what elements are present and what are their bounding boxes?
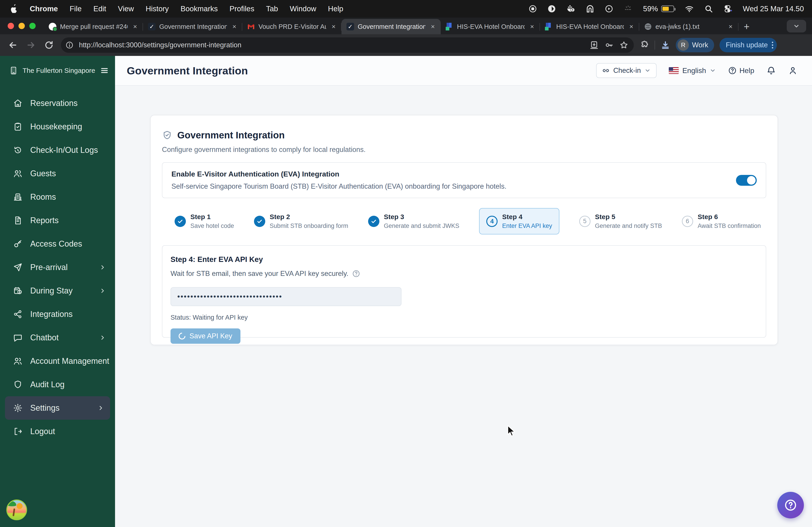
battery-indicator[interactable]: 59% [643, 4, 674, 13]
menu-profiles[interactable]: Profiles [229, 4, 254, 13]
menu-history[interactable]: History [146, 4, 169, 13]
wifi-icon[interactable] [684, 4, 694, 13]
extensions-icon[interactable] [640, 40, 649, 50]
tab-close-icon[interactable]: × [727, 23, 735, 30]
browser-app-icon[interactable] [548, 4, 556, 13]
tab-his-eva-onboarding-1[interactable]: HIS-EVA Hotel Onboarding × [441, 19, 540, 34]
zoom-window-button[interactable] [29, 23, 35, 29]
step-1[interactable]: Step 1Save hotel code [175, 213, 234, 229]
sidebar-item-housekeeping[interactable]: Housekeeping [0, 115, 115, 138]
tab-close-icon[interactable]: × [528, 23, 536, 30]
screen-record-icon[interactable] [528, 4, 537, 13]
tab-close-icon[interactable]: × [231, 23, 238, 30]
sidebar-item-reservations[interactable]: Reservations [0, 91, 115, 115]
password-key-icon[interactable] [605, 41, 613, 49]
sidebar-item-during-stay[interactable]: During Stay [0, 279, 115, 302]
tab-close-icon[interactable]: × [330, 23, 337, 30]
sidebar-item-reports[interactable]: Reports [0, 209, 115, 232]
tab-close-icon[interactable]: × [627, 23, 635, 30]
eva-api-key-input[interactable] [171, 287, 402, 306]
card-subtitle: Configure government integrations to com… [162, 146, 766, 154]
tunnel-app-icon[interactable] [586, 4, 594, 13]
menu-bookmarks[interactable]: Bookmarks [180, 4, 218, 13]
tab-merge-pull-request[interactable]: Merge pull request #2406 f × [44, 19, 143, 34]
sidebar-item-pre-arrival[interactable]: Pre-arrival [0, 256, 115, 279]
tab-his-eva-onboarding-2[interactable]: HIS-EVA Hotel Onboarding × [540, 19, 639, 34]
window-controls [0, 18, 44, 34]
step-5[interactable]: 5 Step 5Generate and notify STB [579, 213, 662, 229]
tab-vouch-prd-email[interactable]: Vouch PRD E-Visitor Authen × [242, 19, 342, 34]
install-app-icon[interactable] [590, 41, 599, 49]
sidebar-item-integrations[interactable]: Integrations [0, 302, 115, 326]
user-avatar[interactable] [6, 499, 27, 520]
tab-government-integration-active[interactable]: ✓ Government Integration - A × [342, 19, 441, 34]
reload-button[interactable] [43, 39, 55, 51]
calendar-clock-icon [13, 286, 23, 296]
menu-help[interactable]: Help [328, 4, 343, 13]
sidebar-item-logout[interactable]: Logout [0, 420, 115, 443]
menu-tab[interactable]: Tab [266, 4, 278, 13]
floating-help-button[interactable] [777, 492, 804, 518]
site-info-icon[interactable] [64, 40, 75, 50]
menu-app-name[interactable]: Chrome [30, 4, 58, 13]
tab-government-integration-1[interactable]: ✓ Government Integration - A × [143, 19, 242, 34]
step-6[interactable]: 6 Step 6Await STB confirmation [682, 213, 761, 229]
menubar-clock[interactable]: Wed 25 Mar 14.50 [743, 4, 804, 13]
hamburger-menu-icon[interactable] [100, 66, 109, 75]
page-header: Government Integration Check-in English … [115, 56, 812, 86]
tab-close-icon[interactable]: × [131, 23, 139, 30]
docker-icon[interactable] [566, 4, 575, 13]
tab-eva-jwks-txt[interactable]: eva-jwks (1).txt × [639, 19, 738, 34]
his-eva-favicon [545, 23, 553, 30]
sidebar-item-checkin-out-logs[interactable]: Check-In/Out Logs [0, 138, 115, 162]
sidebar-item-account-management[interactable]: Account Management [0, 349, 115, 373]
chevron-right-icon [99, 334, 106, 341]
bookmark-star-icon[interactable] [619, 41, 628, 49]
apple-logo-icon[interactable] [10, 4, 18, 14]
sidebar-item-rooms[interactable]: Rooms [0, 185, 115, 209]
spotlight-search-icon[interactable] [705, 4, 713, 13]
sidebar-item-chatbot[interactable]: Chatbot [0, 326, 115, 349]
tab-close-icon[interactable]: × [429, 23, 437, 30]
address-bar[interactable]: http://localhost:3000/settings/governmen… [61, 37, 634, 53]
step-2[interactable]: Step 2Submit STB onboarding form [254, 213, 348, 229]
clipboard-check-icon [13, 122, 23, 132]
step-3[interactable]: Step 3Generate and submit JWKS [368, 213, 460, 229]
logout-icon [13, 427, 23, 436]
forward-button[interactable] [25, 39, 37, 51]
account-person-icon[interactable] [788, 66, 798, 75]
tab-search-button[interactable] [787, 20, 806, 32]
keyboard-brightness-icon[interactable] [624, 4, 633, 13]
eva-toggle-switch[interactable] [736, 175, 757, 186]
sidebar-item-settings[interactable]: Settings [5, 396, 110, 420]
sidebar-item-guests[interactable]: Guests [0, 162, 115, 185]
checkin-mode-button[interactable]: Check-in [596, 63, 656, 78]
notifications-bell-icon[interactable] [766, 66, 776, 75]
save-api-key-button[interactable]: Save API Key [171, 328, 241, 344]
globe-favicon [644, 23, 652, 30]
menu-window[interactable]: Window [290, 4, 316, 13]
url-text[interactable]: http://localhost:3000/settings/governmen… [79, 41, 585, 49]
sidebar-item-audit-log[interactable]: Audit Log [0, 373, 115, 396]
minimize-window-button[interactable] [18, 23, 25, 29]
hotel-building-icon [9, 66, 18, 75]
control-center-icon[interactable] [723, 4, 733, 13]
play-circle-icon[interactable] [605, 4, 613, 13]
help-button[interactable]: Help [728, 66, 754, 75]
close-window-button[interactable] [8, 23, 14, 29]
menu-edit[interactable]: Edit [93, 4, 106, 13]
new-tab-button[interactable]: + [740, 20, 753, 33]
menu-view[interactable]: View [118, 4, 134, 13]
more-menu-icon[interactable] [772, 42, 773, 48]
menu-file[interactable]: File [70, 4, 82, 13]
downloads-icon[interactable] [661, 40, 670, 50]
profile-chip[interactable]: R Work [676, 38, 714, 52]
step-4-active[interactable]: 4 Step 4Enter EVA API key [479, 208, 560, 235]
question-circle-icon[interactable] [352, 270, 360, 278]
language-selector[interactable]: English [669, 66, 716, 75]
chevron-right-icon [99, 287, 106, 294]
github-favicon [49, 23, 56, 30]
sidebar-item-access-codes[interactable]: Access Codes [0, 232, 115, 256]
finish-update-button[interactable]: Finish update [720, 38, 777, 52]
back-button[interactable] [7, 39, 19, 51]
